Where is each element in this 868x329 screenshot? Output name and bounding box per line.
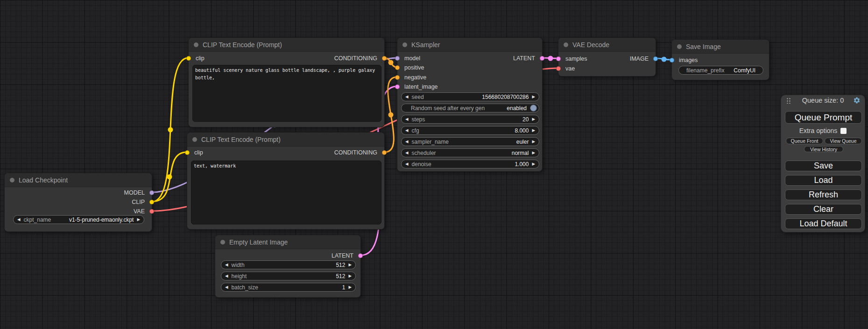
arrow-left-icon[interactable]: ◀ — [225, 263, 228, 267]
collapse-dot-icon[interactable] — [10, 178, 14, 182]
output-slot-latent[interactable] — [358, 253, 363, 258]
queue-panel[interactable]: Queue size: 0 Queue Prompt Extra options… — [781, 95, 865, 232]
output-slot-image[interactable] — [653, 56, 658, 61]
output-slot-latent[interactable] — [540, 56, 544, 61]
input-slot-vae[interactable] — [556, 66, 561, 71]
output-slot-model[interactable] — [149, 190, 154, 195]
collapse-dot-icon[interactable] — [564, 42, 568, 47]
node-title-bar[interactable]: Load Checkpoint — [5, 173, 152, 187]
comfyui-canvas[interactable]: Load Checkpoint MODEL CLIP VAE ◀ ckpt_na… — [0, 0, 868, 329]
arrow-left-icon[interactable]: ◀ — [405, 151, 409, 155]
arrow-right-icon[interactable]: ▶ — [532, 162, 535, 166]
arrow-right-icon[interactable]: ▶ — [532, 117, 535, 121]
node-title-bar[interactable]: Empty Latent Image — [215, 235, 360, 249]
load-button[interactable]: Load — [785, 175, 862, 186]
widget-label: cfg — [412, 127, 419, 134]
width-widget[interactable]: ◀ width 512 ▶ — [221, 260, 356, 269]
view-history-button[interactable]: View History — [804, 146, 843, 152]
arrow-left-icon[interactable]: ◀ — [405, 140, 409, 144]
scheduler-widget[interactable]: ◀ scheduler normal ▶ — [401, 148, 539, 157]
input-slot-negative[interactable] — [395, 75, 400, 80]
collapse-dot-icon[interactable] — [194, 42, 198, 47]
refresh-button[interactable]: Refresh — [785, 189, 862, 200]
extra-options-checkbox[interactable] — [840, 128, 847, 134]
queue-prompt-button[interactable]: Queue Prompt — [785, 111, 862, 124]
node-empty-latent-image[interactable]: Empty Latent Image LATENT ◀ width 512 ▶ … — [215, 235, 361, 298]
collapse-dot-icon[interactable] — [677, 44, 682, 49]
output-label-conditioning: CONDITIONING — [334, 54, 377, 63]
steps-widget[interactable]: ◀ steps 20 ▶ — [401, 115, 539, 124]
arrow-right-icon[interactable]: ▶ — [532, 151, 535, 155]
arrow-right-icon[interactable]: ▶ — [348, 285, 352, 289]
input-label-vae: vae — [565, 64, 575, 73]
toggle-circle-icon[interactable] — [530, 105, 537, 112]
input-slot-clip[interactable] — [185, 150, 190, 155]
arrow-right-icon[interactable]: ▶ — [532, 140, 535, 144]
view-queue-button[interactable]: View Queue — [825, 138, 862, 144]
arrow-right-icon[interactable]: ▶ — [348, 274, 352, 278]
clear-button[interactable]: Clear — [785, 204, 862, 215]
ckpt-name-widget[interactable]: ◀ ckpt_name v1-5-pruned-emaonly.ckpt ▶ — [13, 215, 144, 224]
output-slot-conditioning[interactable] — [382, 150, 387, 155]
input-slot-model[interactable] — [395, 56, 400, 61]
node-title-bar[interactable]: Save Image — [672, 40, 769, 54]
input-slot-images[interactable] — [670, 58, 674, 63]
widget-label: filename_prefix — [686, 67, 724, 74]
negative-prompt-textarea[interactable]: text, watermark — [191, 161, 381, 224]
cfg-widget[interactable]: ◀ cfg 8.000 ▶ — [401, 126, 539, 135]
collapse-dot-icon[interactable] — [192, 137, 197, 142]
denoise-widget[interactable]: ◀ denoise 1.000 ▶ — [401, 160, 539, 168]
random-seed-toggle-widget[interactable]: Random seed after every gen enabled — [401, 104, 539, 112]
link-midpoint-dot — [167, 175, 172, 180]
arrow-left-icon[interactable]: ◀ — [225, 274, 228, 278]
node-vae-decode[interactable]: VAE Decode samples vae IMAGE — [558, 37, 656, 77]
input-slot-positive[interactable] — [395, 65, 400, 70]
settings-gear-icon[interactable] — [853, 97, 861, 104]
node-clip-text-encode-negative[interactable]: CLIP Text Encode (Prompt) clip CONDITION… — [187, 132, 385, 230]
arrow-left-icon[interactable]: ◀ — [17, 217, 21, 222]
arrow-right-icon[interactable]: ▶ — [532, 95, 535, 99]
node-title-bar[interactable]: CLIP Text Encode (Prompt) — [189, 38, 384, 52]
load-default-button[interactable]: Load Default — [785, 218, 862, 229]
widget-value: enabled — [507, 105, 527, 112]
collapse-dot-icon[interactable] — [220, 240, 225, 245]
node-ksampler[interactable]: KSampler model positive negative latent_… — [397, 37, 543, 172]
arrow-left-icon[interactable]: ◀ — [405, 117, 409, 121]
widget-label: batch_size — [232, 284, 258, 291]
input-slot-samples[interactable] — [556, 56, 561, 61]
widget-value: 1.000 — [515, 161, 529, 168]
arrow-left-icon[interactable]: ◀ — [405, 95, 409, 99]
node-title-bar[interactable]: CLIP Text Encode (Prompt) — [187, 133, 384, 147]
queue-front-button[interactable]: Queue Front — [786, 138, 823, 144]
arrow-left-icon[interactable]: ◀ — [225, 285, 228, 289]
output-slot-vae[interactable] — [149, 209, 154, 214]
node-clip-text-encode-positive[interactable]: CLIP Text Encode (Prompt) clip CONDITION… — [188, 37, 385, 127]
output-slot-conditioning[interactable] — [382, 56, 387, 61]
output-slot-clip[interactable] — [149, 200, 154, 204]
height-widget[interactable]: ◀ height 512 ▶ — [221, 272, 356, 280]
positive-prompt-textarea[interactable]: beautiful scenery nature glass bottle la… — [192, 65, 381, 122]
seed-widget[interactable]: ◀ seed 156680208700286 ▶ — [401, 92, 539, 101]
input-slot-clip[interactable] — [186, 56, 191, 61]
collapse-dot-icon[interactable] — [402, 42, 407, 47]
widget-value: ComfyUI — [734, 67, 755, 74]
node-title-bar[interactable]: VAE Decode — [558, 38, 656, 52]
arrow-right-icon[interactable]: ▶ — [532, 128, 535, 133]
arrow-right-icon[interactable]: ▶ — [348, 263, 352, 267]
batch-size-widget[interactable]: ◀ batch_size 1 ▶ — [221, 283, 356, 292]
input-label-positive: positive — [404, 63, 424, 72]
arrow-right-icon[interactable]: ▶ — [137, 217, 140, 222]
filename-prefix-widget[interactable]: filename_prefix ComfyUI — [678, 66, 763, 75]
extra-options-row: Extra options — [781, 127, 865, 134]
input-slot-latent-image[interactable] — [395, 84, 400, 89]
sampler-name-widget[interactable]: ◀ sampler_name euler ▶ — [401, 137, 539, 146]
arrow-left-icon[interactable]: ◀ — [405, 162, 409, 166]
node-load-checkpoint[interactable]: Load Checkpoint MODEL CLIP VAE ◀ ckpt_na… — [4, 173, 152, 232]
save-button[interactable]: Save — [785, 161, 862, 171]
widget-value: 8.000 — [515, 127, 529, 134]
arrow-left-icon[interactable]: ◀ — [405, 128, 409, 133]
node-title-bar[interactable]: KSampler — [397, 38, 542, 52]
node-save-image[interactable]: Save Image images filename_prefix ComfyU… — [671, 39, 769, 80]
widget-label: seed — [412, 94, 424, 100]
queue-size-label: Queue size: 0 — [781, 95, 865, 105]
